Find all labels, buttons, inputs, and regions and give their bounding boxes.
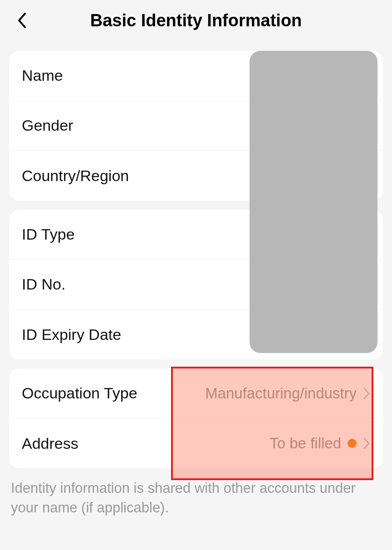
chevron-right-icon (363, 387, 370, 400)
redacted-overlay (250, 51, 377, 353)
row-label: Gender (22, 117, 73, 134)
chevron-left-icon (17, 12, 27, 29)
status-dot-icon (348, 439, 357, 448)
row-occupation-type[interactable]: Occupation Type Manufacturing/industry (9, 368, 383, 418)
row-value: To be filled (270, 435, 341, 452)
back-button[interactable] (13, 11, 31, 29)
row-label: ID No. (22, 275, 65, 293)
group-other: Occupation Type Manufacturing/industry A… (9, 368, 383, 468)
row-value-wrap: To be filled (270, 435, 370, 452)
row-label: ID Type (22, 226, 75, 243)
header: Basic Identity Information (0, 0, 392, 41)
row-value-wrap: Manufacturing/industry (205, 385, 370, 402)
row-label: Occupation Type (22, 384, 137, 402)
page-title: Basic Identity Information (90, 11, 302, 30)
chevron-right-icon (363, 437, 370, 450)
row-label: Country/Region (22, 167, 129, 185)
footer-note: Identity information is shared with othe… (11, 478, 381, 518)
row-label: Name (22, 67, 63, 84)
row-value: Manufacturing/industry (205, 385, 357, 402)
row-label: Address (22, 435, 78, 452)
row-label: ID Expiry Date (22, 326, 121, 344)
row-address[interactable]: Address To be filled (9, 418, 383, 468)
